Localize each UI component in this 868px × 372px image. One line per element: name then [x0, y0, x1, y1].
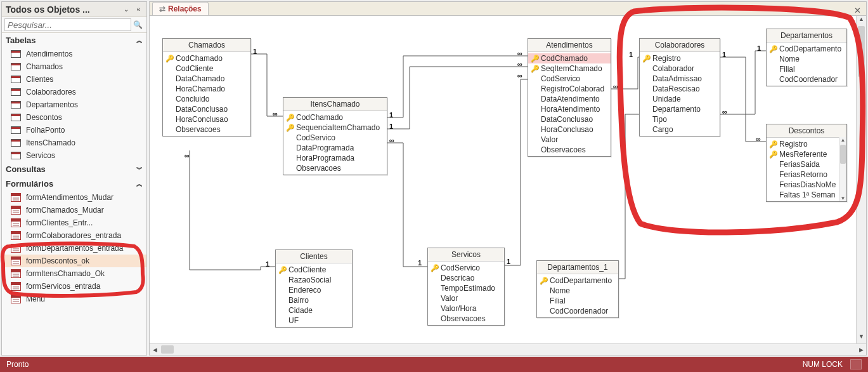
- relationships-canvas[interactable]: 1 ∞ 1 ∞ 1 ∞ 1 ∞ 1 ∞ 1 ∞ 1 ∞ 1 ∞ 1 ∞ 1 Ch…: [150, 16, 866, 343]
- er-field[interactable]: Observacoes: [283, 163, 387, 173]
- er-field[interactable]: Concluido: [163, 94, 250, 104]
- er-field[interactable]: 🔑CodDepartamento: [767, 44, 846, 54]
- search-icon[interactable]: 🔍: [131, 20, 144, 29]
- er-field[interactable]: CodCliente: [163, 63, 250, 74]
- nav-table-item[interactable]: Servicos: [2, 149, 146, 162]
- er-field[interactable]: Faltas 1ª Seman: [767, 190, 846, 200]
- nav-table-item[interactable]: Colaboradores: [2, 86, 146, 98]
- er-field[interactable]: Colaborador: [640, 63, 720, 74]
- er-field[interactable]: Cargo: [640, 124, 720, 135]
- section-forms[interactable]: Formulários ︽: [2, 176, 146, 191]
- scroll-thumb[interactable]: [161, 345, 174, 354]
- nav-form-item[interactable]: formColaboradores_entrada: [2, 229, 146, 242]
- er-field[interactable]: DataProgramada: [283, 143, 387, 153]
- scroll-thumb[interactable]: [858, 26, 865, 77]
- scroll-down-icon[interactable]: ▼: [857, 333, 866, 343]
- scroll-thumb[interactable]: [840, 145, 846, 164]
- nav-form-item[interactable]: formClientes_Entr...: [2, 216, 146, 229]
- er-field[interactable]: CodServico: [528, 74, 611, 84]
- nav-table-item[interactable]: Departamentos: [2, 98, 146, 111]
- er-field[interactable]: 🔑CodChamado: [283, 112, 387, 123]
- er-field[interactable]: RazaoSocial: [276, 275, 352, 285]
- er-field[interactable]: Observacoes: [428, 314, 504, 324]
- horizontal-scrollbar[interactable]: ◀ ▶: [150, 343, 866, 355]
- scroll-up-icon[interactable]: ▲: [857, 16, 866, 26]
- er-field[interactable]: 🔑CodChamado: [163, 53, 250, 63]
- er-field[interactable]: Valor/Hora: [428, 303, 504, 314]
- er-field[interactable]: DataConclusao: [528, 114, 611, 124]
- er-table-departamentos[interactable]: Departamentos🔑CodDepartamentoNomeFilialC…: [766, 29, 847, 86]
- er-field[interactable]: RegistroColaborad: [528, 84, 611, 94]
- er-field[interactable]: Filial: [537, 296, 618, 306]
- er-field[interactable]: 🔑CodDepartamento: [537, 276, 618, 286]
- er-field[interactable]: HoraProgramada: [283, 153, 387, 163]
- search-input[interactable]: [4, 18, 131, 31]
- nav-collapse-icon[interactable]: «: [134, 6, 143, 13]
- section-queries[interactable]: Consultas ︾: [2, 162, 146, 176]
- inner-scrollbar[interactable]: ▲▼: [839, 137, 846, 201]
- scroll-up-icon[interactable]: ▲: [839, 137, 846, 143]
- er-field[interactable]: 🔑Registro: [640, 53, 720, 63]
- nav-form-item[interactable]: formItensChamado_Ok: [2, 267, 146, 280]
- nav-table-item[interactable]: FolhaPonto: [2, 124, 146, 136]
- er-field[interactable]: 🔑Registro: [767, 139, 846, 149]
- scroll-left-icon[interactable]: ◀: [150, 344, 160, 355]
- er-field[interactable]: DataAtendimento: [528, 94, 611, 104]
- nav-table-item[interactable]: Chamados: [2, 60, 146, 73]
- nav-table-item[interactable]: Clientes: [2, 73, 146, 86]
- tab-close-icon[interactable]: ✕: [849, 6, 866, 15]
- section-tables[interactable]: Tabelas ︽: [2, 33, 146, 48]
- er-field[interactable]: 🔑SeqItemChamado: [528, 63, 611, 74]
- er-field[interactable]: Endereco: [276, 285, 352, 295]
- er-table-servicos[interactable]: Servicos🔑CodServicoDescricaoTempoEstimad…: [427, 248, 505, 326]
- er-field[interactable]: FeriasDiasNoMe: [767, 180, 846, 190]
- er-field[interactable]: HoraConclusao: [163, 114, 250, 124]
- er-table-chamados[interactable]: Chamados🔑CodChamadoCodClienteDataChamado…: [162, 38, 251, 136]
- er-field[interactable]: Valor: [428, 293, 504, 303]
- er-table-departamentos_1[interactable]: Departamentos_1🔑CodDepartamentoNomeFilia…: [536, 260, 619, 318]
- nav-form-item[interactable]: formDescontos_ok: [2, 255, 146, 267]
- nav-menu-chevron-icon[interactable]: ⌄: [121, 6, 131, 13]
- vertical-scrollbar[interactable]: ▲ ▼: [856, 16, 866, 343]
- er-table-descontos[interactable]: Descontos🔑Registro🔑MesReferenteFeriasSai…: [766, 124, 847, 202]
- er-field[interactable]: Bairro: [276, 295, 352, 305]
- tab-relations[interactable]: ⇄ Relações: [152, 2, 209, 15]
- er-field[interactable]: Nome: [767, 54, 846, 64]
- er-field[interactable]: Observacoes: [163, 124, 250, 135]
- er-field[interactable]: Descricao: [428, 273, 504, 283]
- er-field[interactable]: DataConclusao: [163, 104, 250, 114]
- nav-table-item[interactable]: Atendimentos: [2, 48, 146, 60]
- er-table-clientes[interactable]: Clientes🔑CodClienteRazaoSocialEnderecoBa…: [275, 249, 353, 328]
- nav-form-item[interactable]: formServicos_entrada: [2, 280, 146, 293]
- er-field[interactable]: Nome: [537, 286, 618, 296]
- nav-table-item[interactable]: Descontos: [2, 111, 146, 124]
- er-field[interactable]: HoraAtendimento: [528, 104, 611, 114]
- er-field[interactable]: Observacoes: [528, 145, 611, 155]
- er-field[interactable]: CodCoordenador: [767, 74, 846, 84]
- view-button[interactable]: [850, 359, 862, 369]
- er-field[interactable]: TempoEstimado: [428, 283, 504, 293]
- scroll-down-icon[interactable]: ▼: [839, 196, 846, 201]
- nav-form-item[interactable]: formAtendimentos_Mudar: [2, 191, 146, 204]
- nav-form-item[interactable]: Menu: [2, 293, 146, 305]
- er-field[interactable]: Valor: [528, 135, 611, 145]
- er-field[interactable]: CodCoordenador: [537, 306, 618, 316]
- er-table-itenschamado[interactable]: ItensChamado🔑CodChamado🔑SequenciaItemCha…: [283, 97, 387, 175]
- er-field[interactable]: FeriasSaida: [767, 159, 846, 169]
- er-field[interactable]: UF: [276, 316, 352, 326]
- er-field[interactable]: Cidade: [276, 305, 352, 316]
- er-field[interactable]: DataChamado: [163, 74, 250, 84]
- nav-form-item[interactable]: formChamados_Mudar: [2, 204, 146, 216]
- er-field[interactable]: HoraChamado: [163, 84, 250, 94]
- nav-table-item[interactable]: ItensChamado: [2, 136, 146, 149]
- er-field[interactable]: Unidade: [640, 94, 720, 104]
- er-field[interactable]: DataAdmissao: [640, 74, 720, 84]
- er-field[interactable]: Departamento: [640, 104, 720, 114]
- er-field[interactable]: Filial: [767, 64, 846, 74]
- er-field[interactable]: HoraConclusao: [528, 124, 611, 135]
- er-field[interactable]: FeriasRetorno: [767, 169, 846, 180]
- er-field[interactable]: 🔑MesReferente: [767, 149, 846, 159]
- er-field[interactable]: CodServico: [283, 133, 387, 143]
- er-field[interactable]: 🔑CodChamado: [528, 53, 611, 63]
- scroll-right-icon[interactable]: ▶: [856, 344, 866, 355]
